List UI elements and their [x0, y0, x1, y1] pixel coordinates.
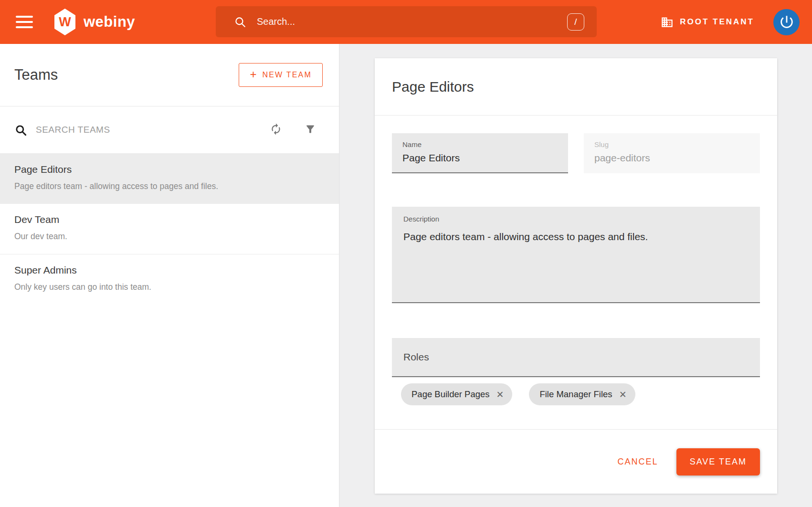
- cancel-button[interactable]: CANCEL: [615, 452, 661, 472]
- new-team-button-label: NEW TEAM: [262, 71, 312, 79]
- chip-close-icon[interactable]: ✕: [619, 390, 627, 399]
- role-chip-file-manager-files: File Manager Files ✕: [529, 383, 635, 405]
- webiny-logo-letter: W: [59, 15, 71, 30]
- search-shortcut-badge: /: [567, 13, 584, 31]
- building-icon: [661, 16, 674, 29]
- name-slug-row: Name Page Editors Slug page-editors: [392, 133, 760, 173]
- description-field-label: Description: [403, 215, 749, 223]
- name-field-value: Page Editors: [402, 152, 558, 164]
- global-search-bar[interactable]: /: [216, 6, 597, 37]
- roles-chips-row: Page Builder Pages ✕ File Manager Files …: [392, 383, 760, 405]
- description-field-value: Page editors team - allowing access to p…: [403, 231, 749, 243]
- roles-field[interactable]: Roles: [392, 338, 760, 377]
- role-chip-label: File Manager Files: [539, 389, 612, 400]
- webiny-logo-hexagon: W: [53, 9, 77, 35]
- team-name: Super Admins: [14, 264, 325, 276]
- team-name: Page Editors: [14, 164, 325, 175]
- roles-field-label: Roles: [403, 351, 429, 363]
- teams-search-input[interactable]: [36, 125, 193, 135]
- slug-field-value: page-editors: [594, 152, 749, 164]
- page-title: Teams: [14, 66, 58, 84]
- role-chip-page-builder-pages: Page Builder Pages ✕: [401, 383, 512, 405]
- teams-search-row: [0, 106, 339, 154]
- role-chip-label: Page Builder Pages: [411, 389, 490, 400]
- plus-icon: +: [250, 69, 256, 80]
- slug-field-label: Slug: [594, 140, 749, 148]
- team-list-item-super-admins[interactable]: Super Admins Only key users can go into …: [0, 254, 339, 304]
- tenant-selector[interactable]: ROOT TENANT: [661, 16, 754, 29]
- team-form-title: Page Editors: [392, 79, 474, 95]
- tenant-label: ROOT TENANT: [680, 17, 754, 27]
- team-list-item-dev-team[interactable]: Dev Team Our dev team.: [0, 204, 339, 254]
- search-icon: [234, 16, 246, 28]
- form-footer: CANCEL SAVE TEAM: [375, 429, 777, 494]
- team-description: Only key users can go into this team.: [14, 282, 325, 292]
- slash-key-label: /: [574, 17, 577, 27]
- filter-icon: [305, 124, 316, 135]
- description-field[interactable]: Description Page editors team - allowing…: [392, 207, 760, 303]
- new-team-button[interactable]: + NEW TEAM: [239, 63, 323, 87]
- filter-button[interactable]: [303, 122, 318, 138]
- slug-field: Slug page-editors: [584, 133, 760, 173]
- power-icon: [779, 14, 795, 30]
- team-description: Our dev team.: [14, 232, 325, 242]
- global-search-input[interactable]: [257, 16, 567, 27]
- webiny-logo[interactable]: W webiny: [53, 9, 135, 35]
- refresh-button[interactable]: [268, 121, 284, 139]
- teams-panel-header: Teams + NEW TEAM: [0, 44, 339, 106]
- team-list-item-page-editors[interactable]: Page Editors Page editors team - allowin…: [0, 154, 339, 204]
- refresh-icon: [270, 123, 282, 136]
- teams-list-panel: Teams + NEW TEAM Page Editors Page edito…: [0, 44, 339, 507]
- team-form-header: Page Editors: [375, 58, 777, 116]
- webiny-wordmark: webiny: [84, 13, 135, 31]
- save-team-button[interactable]: SAVE TEAM: [676, 448, 760, 475]
- chip-close-icon[interactable]: ✕: [496, 390, 504, 399]
- app-header: W webiny / ROOT TENANT: [0, 0, 812, 44]
- team-form-card: Page Editors Name Page Editors Slug page…: [375, 58, 777, 494]
- name-field[interactable]: Name Page Editors: [392, 133, 568, 173]
- name-field-label: Name: [402, 140, 558, 148]
- team-name: Dev Team: [14, 214, 325, 225]
- search-icon: [14, 124, 27, 137]
- user-avatar[interactable]: [773, 9, 800, 35]
- team-description: Page editors team - allowing access to p…: [14, 181, 325, 191]
- team-list: Page Editors Page editors team - allowin…: [0, 154, 339, 304]
- menu-icon[interactable]: [16, 16, 33, 28]
